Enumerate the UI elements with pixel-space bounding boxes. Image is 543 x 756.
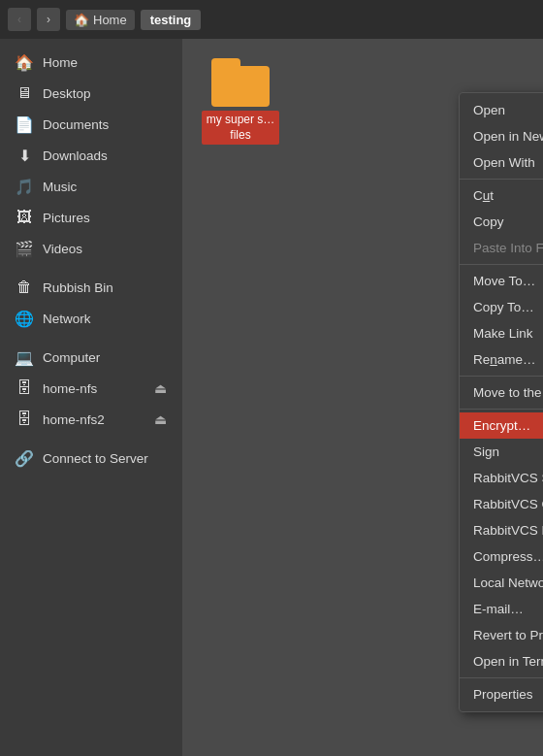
sidebar-item-videos[interactable]: 🎬 Videos xyxy=(0,233,182,264)
main-layout: 🏠 Home 🖥 Desktop 📄 Documents ⬇ Downloads… xyxy=(0,39,543,756)
sidebar-item-label: home-nfs2 xyxy=(43,412,105,427)
sidebar-separator-1 xyxy=(0,264,182,272)
network-icon: 🌐 xyxy=(16,310,33,327)
folder-label: my super s…files xyxy=(202,111,279,145)
ctx-rename-label: Rename… xyxy=(473,352,536,367)
ctx-separator-4 xyxy=(460,409,543,410)
breadcrumb-current[interactable]: testing xyxy=(141,10,202,30)
ctx-cut[interactable]: Cut xyxy=(460,182,543,209)
ctx-move-to[interactable]: Move To… xyxy=(460,268,543,294)
sidebar-item-label: Music xyxy=(43,180,77,194)
folder-item[interactable]: my super s…files xyxy=(202,58,279,145)
ctx-properties[interactable]: Properties xyxy=(460,681,543,707)
ctx-encrypt-label: Encrypt… xyxy=(473,418,530,433)
sidebar-item-home[interactable]: 🏠 Home xyxy=(0,47,182,78)
ctx-compress-label: Compress… xyxy=(473,549,543,564)
ctx-make-link[interactable]: Make Link xyxy=(460,320,543,346)
ctx-open-new-tab[interactable]: Open in New Tab xyxy=(460,123,543,149)
ctx-move-to-label: Move To… xyxy=(473,274,535,288)
ctx-cut-label: Cut xyxy=(473,188,494,203)
ctx-rabbitvcs-hg[interactable]: RabbitVCS Hg › xyxy=(460,517,543,543)
sidebar-separator-3 xyxy=(0,435,182,443)
ctx-copy[interactable]: Copy xyxy=(460,209,543,235)
eject-button-home-nfs[interactable]: ⏏ xyxy=(154,380,167,396)
ctx-open-terminal[interactable]: Open in Terminal xyxy=(460,648,543,674)
sidebar-item-label: home-nfs xyxy=(43,381,97,396)
sidebar-item-label: Home xyxy=(43,55,78,70)
ctx-email-label: E-mail… xyxy=(473,602,524,616)
ctx-properties-label: Properties xyxy=(473,687,533,702)
sidebar-item-computer[interactable]: 💻 Computer xyxy=(0,342,182,373)
sidebar-item-rubbish[interactable]: 🗑 Rubbish Bin xyxy=(0,272,182,303)
sidebar-item-label: Videos xyxy=(43,242,82,256)
ctx-paste-into-folder[interactable]: Paste Into Folder xyxy=(460,235,543,261)
ctx-revert[interactable]: Revert to Previous Version… xyxy=(460,622,543,648)
ctx-copy-to[interactable]: Copy To… xyxy=(460,294,543,320)
sidebar-item-label: Connect to Server xyxy=(43,451,148,466)
sidebar-item-network[interactable]: 🌐 Network xyxy=(0,303,182,334)
ctx-rabbitvcs-hg-label: RabbitVCS Hg xyxy=(473,523,543,538)
sidebar-item-documents[interactable]: 📄 Documents xyxy=(0,109,182,140)
forward-button[interactable]: › xyxy=(37,8,60,31)
content-area: my super s…files Open Open in New Tab Op… xyxy=(182,39,543,756)
sidebar-item-pictures[interactable]: 🖼 Pictures xyxy=(0,202,182,233)
ctx-rabbitvcs-svn[interactable]: RabbitVCS SVN › xyxy=(460,465,543,491)
ctx-open-with[interactable]: Open With › xyxy=(460,149,543,176)
folder-icon xyxy=(211,58,270,107)
ctx-separator-2 xyxy=(460,264,543,265)
home-icon: 🏠 xyxy=(74,13,89,27)
sidebar-item-music[interactable]: 🎵 Music xyxy=(0,171,182,202)
ctx-make-link-label: Make Link xyxy=(473,326,533,341)
ctx-encrypt[interactable]: Encrypt… xyxy=(460,412,543,439)
ctx-paste-label: Paste Into Folder xyxy=(473,241,543,255)
back-button[interactable]: ‹ xyxy=(8,8,31,31)
downloads-icon: ⬇ xyxy=(16,147,33,164)
sidebar: 🏠 Home 🖥 Desktop 📄 Documents ⬇ Downloads… xyxy=(0,39,182,756)
pictures-icon: 🖼 xyxy=(16,209,33,226)
context-menu: Open Open in New Tab Open With › Cut Cop… xyxy=(459,92,543,712)
ctx-separator-3 xyxy=(460,376,543,377)
sidebar-item-downloads[interactable]: ⬇ Downloads xyxy=(0,140,182,171)
ctx-move-to-rubbish-label: Move to the Rubbish Bin xyxy=(473,385,543,400)
eject-button-home-nfs2[interactable]: ⏏ xyxy=(154,411,167,427)
connect-icon: 🔗 xyxy=(16,449,33,467)
sidebar-item-home-nfs2[interactable]: 🗄 home-nfs2 ⏏ xyxy=(0,404,182,435)
music-icon: 🎵 xyxy=(16,178,33,195)
ctx-rename[interactable]: Rename… xyxy=(460,346,543,373)
top-bar: ‹ › 🏠 Home testing xyxy=(0,0,543,39)
rubbish-icon: 🗑 xyxy=(16,279,33,296)
home-icon: 🏠 xyxy=(16,53,33,71)
ctx-separator-5 xyxy=(460,677,543,678)
drive-icon-2: 🗄 xyxy=(16,411,33,428)
drive-icon: 🗄 xyxy=(16,379,33,397)
ctx-rabbitvcs-svn-label: RabbitVCS SVN xyxy=(473,471,543,485)
ctx-open-new-tab-label: Open in New Tab xyxy=(473,129,543,144)
ctx-compress[interactable]: Compress… xyxy=(460,543,543,570)
computer-icon: 💻 xyxy=(16,348,33,366)
ctx-open-terminal-label: Open in Terminal xyxy=(473,654,543,669)
ctx-local-network-share-label: Local Network Share xyxy=(473,575,543,590)
ctx-copy-label: Copy xyxy=(473,214,504,229)
ctx-open-label: Open xyxy=(473,103,505,117)
ctx-revert-label: Revert to Previous Version… xyxy=(473,628,543,642)
sidebar-item-label: Desktop xyxy=(43,86,91,101)
ctx-email[interactable]: E-mail… xyxy=(460,596,543,622)
ctx-local-network-share[interactable]: Local Network Share xyxy=(460,570,543,596)
ctx-sign[interactable]: Sign xyxy=(460,439,543,465)
sidebar-item-home-nfs[interactable]: 🗄 home-nfs ⏏ xyxy=(0,373,182,404)
ctx-open-with-label: Open With xyxy=(473,155,535,170)
ctx-separator-1 xyxy=(460,179,543,180)
sidebar-item-label: Pictures xyxy=(43,211,90,225)
breadcrumb-home[interactable]: 🏠 Home xyxy=(66,10,135,30)
ctx-copy-to-label: Copy To… xyxy=(473,300,534,314)
sidebar-item-label: Documents xyxy=(43,117,109,132)
sidebar-item-label: Computer xyxy=(43,350,100,365)
sidebar-item-desktop[interactable]: 🖥 Desktop xyxy=(0,78,182,109)
sidebar-item-connect[interactable]: 🔗 Connect to Server xyxy=(0,443,182,474)
home-label: Home xyxy=(93,13,127,27)
sidebar-item-label: Rubbish Bin xyxy=(43,280,113,295)
ctx-open[interactable]: Open xyxy=(460,97,543,123)
ctx-move-to-rubbish[interactable]: Move to the Rubbish Bin xyxy=(460,379,543,406)
ctx-rabbitvcs-git[interactable]: RabbitVCS Git › xyxy=(460,491,543,517)
ctx-sign-label: Sign xyxy=(473,444,499,459)
